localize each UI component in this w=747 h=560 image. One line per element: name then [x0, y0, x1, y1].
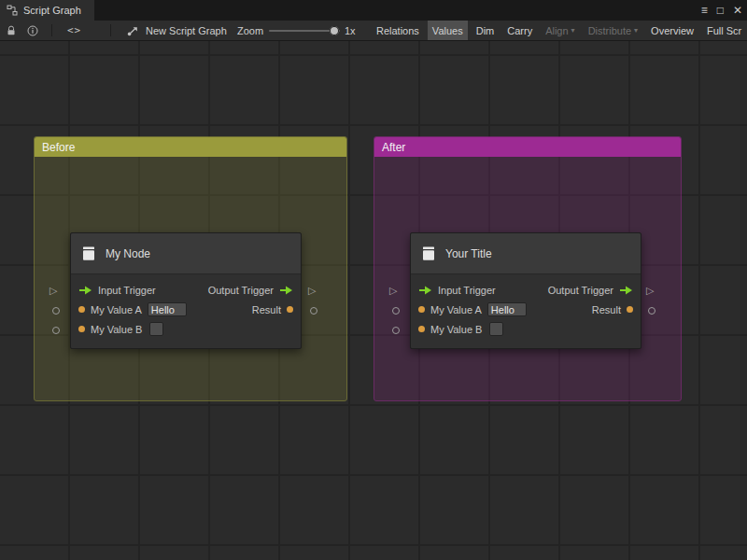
- outer-value-a-port[interactable]: [52, 307, 60, 315]
- outer-output-trigger-port[interactable]: ▷: [646, 286, 654, 296]
- maximize-button[interactable]: □: [717, 0, 724, 21]
- group-before-header[interactable]: Before: [35, 137, 346, 157]
- info-icon: [27, 25, 38, 36]
- group-before: Before My Node: [34, 136, 347, 401]
- value-a-label: My Value A: [430, 304, 482, 315]
- graph-breadcrumb: New Script Graph: [127, 21, 227, 40]
- fullscreen-button[interactable]: Full Scr: [702, 21, 746, 40]
- outer-output-trigger-port[interactable]: ▷: [308, 286, 316, 296]
- value-a-row: My Value A Result: [411, 300, 641, 319]
- zoom-label: Zoom: [237, 21, 263, 40]
- input-trigger-port[interactable]: [78, 286, 92, 295]
- output-trigger-port[interactable]: [279, 286, 293, 295]
- graph-asset-icon: [127, 25, 139, 36]
- node-body: Input Trigger Output Trigger My Value A: [411, 274, 641, 348]
- graph-name: New Script Graph: [146, 25, 227, 36]
- lock-button[interactable]: [6, 21, 17, 40]
- value-a-port[interactable]: [78, 306, 85, 313]
- code-icon: <>: [67, 24, 81, 36]
- output-trigger-label: Output Trigger: [208, 285, 274, 296]
- outer-input-trigger-port[interactable]: ▷: [49, 286, 57, 296]
- node-header[interactable]: My Node: [71, 233, 301, 274]
- carry-button[interactable]: Carry: [502, 21, 537, 40]
- value-a-input[interactable]: [487, 302, 527, 316]
- value-b-input[interactable]: [489, 322, 503, 336]
- outer-value-b-port[interactable]: [392, 327, 400, 334]
- chevron-down-icon: ▾: [571, 27, 575, 35]
- input-trigger-label: Input Trigger: [438, 285, 496, 296]
- output-trigger-label: Output Trigger: [548, 285, 613, 296]
- value-a-port[interactable]: [418, 306, 425, 313]
- overview-button[interactable]: Overview: [646, 21, 698, 40]
- align-label: Align: [545, 25, 568, 36]
- outer-value-a-port[interactable]: [392, 307, 400, 315]
- node-body: Input Trigger Output Trigger My Value A: [71, 274, 301, 348]
- distribute-dropdown[interactable]: Distribute ▾: [584, 21, 642, 40]
- close-button[interactable]: ✕: [733, 0, 742, 21]
- node-title: Your Title: [445, 247, 492, 260]
- graph-toolbar: <> New Script Graph Zoom 1x Relations Va…: [0, 21, 747, 41]
- tab-title: Script Graph: [23, 5, 81, 16]
- graph-canvas[interactable]: Before My Node: [0, 41, 747, 560]
- value-b-input[interactable]: [149, 322, 163, 336]
- trigger-row: Input Trigger Output Trigger: [71, 280, 301, 300]
- tab-script-graph[interactable]: Script Graph: [0, 0, 94, 21]
- result-port[interactable]: [287, 306, 293, 313]
- relations-button[interactable]: Relations: [372, 21, 424, 40]
- outer-result-port[interactable]: [648, 307, 655, 315]
- value-a-row: My Value A Result: [71, 300, 301, 319]
- script-graph-icon: [7, 5, 18, 16]
- outer-value-b-port[interactable]: [52, 327, 60, 334]
- node-header[interactable]: Your Title: [411, 233, 641, 274]
- result-port[interactable]: [627, 306, 633, 313]
- toolbar-divider: [51, 24, 52, 36]
- value-a-input[interactable]: [148, 302, 187, 316]
- distribute-label: Distribute: [588, 25, 631, 36]
- group-title: After: [382, 141, 405, 154]
- script-graph-window: Script Graph ≡ □ ✕ <>: [0, 0, 747, 560]
- window-menu-button[interactable]: ≡: [701, 0, 708, 21]
- toolbar-divider: [110, 24, 111, 36]
- result-label: Result: [592, 304, 621, 315]
- group-after: After Your Title: [374, 136, 682, 401]
- outer-result-port[interactable]: [310, 307, 317, 315]
- window-controls: ≡ □ ✕: [701, 0, 742, 21]
- node-my-node[interactable]: My Node Input Trigger Output Trigger: [70, 232, 302, 349]
- tab-bar: Script Graph ≡ □ ✕: [0, 0, 747, 21]
- outer-input-trigger-port[interactable]: ▷: [389, 286, 397, 296]
- unit-icon: [420, 245, 437, 262]
- info-button[interactable]: [27, 21, 38, 40]
- input-trigger-label: Input Trigger: [98, 285, 156, 296]
- edit-source-button[interactable]: <>: [67, 21, 81, 40]
- dim-button[interactable]: Dim: [472, 21, 500, 40]
- value-b-row: My Value B: [411, 319, 641, 339]
- value-b-port[interactable]: [418, 326, 425, 332]
- trigger-row: Input Trigger Output Trigger: [411, 280, 641, 300]
- node-title: My Node: [106, 247, 150, 260]
- value-b-row: My Value B: [71, 319, 301, 339]
- input-trigger-port[interactable]: [418, 286, 432, 295]
- lock-icon: [6, 25, 17, 36]
- value-a-label: My Value A: [91, 304, 142, 315]
- align-dropdown[interactable]: Align ▾: [541, 21, 579, 40]
- value-b-port[interactable]: [78, 326, 85, 332]
- value-b-label: My Value B: [91, 324, 142, 335]
- zoom-value: 1x: [345, 21, 356, 40]
- result-label: Result: [252, 304, 281, 315]
- node-your-title[interactable]: Your Title Input Trigger Output Trigger: [410, 232, 641, 349]
- group-title: Before: [42, 141, 75, 154]
- zoom-slider[interactable]: [269, 30, 340, 32]
- output-trigger-port[interactable]: [619, 286, 633, 295]
- group-after-header[interactable]: After: [374, 137, 681, 157]
- value-b-label: My Value B: [430, 324, 482, 335]
- zoom-slider-knob[interactable]: [330, 26, 339, 35]
- chevron-down-icon: ▾: [634, 27, 638, 35]
- unit-icon: [80, 245, 97, 262]
- values-button[interactable]: Values: [428, 21, 468, 40]
- toolbar-buttons: Relations Values Dim Carry Align ▾ Distr…: [372, 21, 746, 40]
